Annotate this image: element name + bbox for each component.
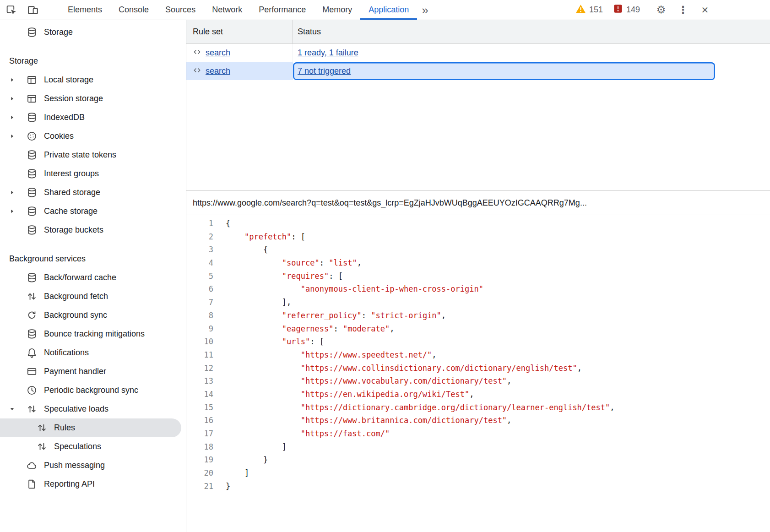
sidebar-item-back-forward-cache[interactable]: Back/forward cache: [0, 268, 186, 287]
sidebar-item-label: IndexedDB: [44, 113, 85, 122]
sidebar-item-payment-handler[interactable]: Payment handler: [0, 362, 186, 381]
expand-arrow-icon[interactable]: [9, 96, 26, 102]
sidebar-item-label: Push messaging: [44, 461, 105, 470]
line-content: "https://en.wikipedia.org/wiki/Test",: [219, 388, 474, 401]
arrows-up-down-icon: [36, 441, 48, 453]
expand-arrow-icon[interactable]: [9, 133, 26, 139]
expand-arrow-icon[interactable]: [9, 190, 26, 195]
toolbar-right: 151 149 ⚙ ⋮ ✕: [575, 0, 770, 20]
sidebar-item-session-storage[interactable]: Session storage: [0, 89, 186, 108]
card-icon: [26, 366, 38, 378]
application-content: Rule set Status search1 ready, 1 failure…: [186, 20, 770, 532]
line-number: 4: [186, 256, 219, 270]
cookie-icon: [26, 130, 38, 142]
sidebar-item-push-messaging[interactable]: Push messaging: [0, 456, 186, 475]
kebab-menu-icon[interactable]: ⋮: [672, 0, 694, 20]
line-number: 11: [186, 348, 219, 362]
sidebar-item-interest-groups[interactable]: Interest groups: [0, 164, 186, 183]
line-number: 16: [186, 414, 219, 427]
more-tabs-icon[interactable]: »: [417, 0, 433, 20]
line-content: "https://fast.com/": [219, 427, 390, 440]
sidebar-item-label: Cache storage: [44, 206, 98, 216]
expand-arrow-icon[interactable]: [9, 77, 26, 83]
rule-status-link[interactable]: 7 not triggered: [298, 66, 351, 76]
close-icon[interactable]: ✕: [694, 0, 716, 20]
rule-set-link[interactable]: search: [206, 48, 230, 58]
expand-arrow-icon[interactable]: [9, 114, 26, 120]
sidebar-item-periodic-background-sync[interactable]: Periodic background sync: [0, 381, 186, 400]
arrows-up-down-icon: [26, 403, 38, 415]
sidebar-item-speculative-loads[interactable]: Speculative loads: [0, 400, 186, 418]
database-icon: [26, 224, 38, 236]
collapse-arrow-icon[interactable]: [9, 406, 26, 412]
sidebar-item-label: Bounce tracking mitigations: [44, 329, 145, 339]
database-icon: [26, 187, 38, 199]
line-number: 15: [186, 401, 219, 414]
settings-gear-icon[interactable]: ⚙: [650, 0, 672, 20]
sidebar-section-background-services: Background services: [0, 253, 186, 268]
database-icon: [26, 149, 38, 161]
sidebar-item-cache-storage[interactable]: Cache storage: [0, 202, 186, 221]
rule-status-cell[interactable]: 1 ready, 1 failure: [293, 44, 770, 62]
rule-status-link[interactable]: 1 ready, 1 failure: [298, 48, 358, 58]
warning-triangle-icon: [575, 4, 586, 16]
sync-icon: [26, 309, 38, 321]
sidebar-item-background-sync[interactable]: Background sync: [0, 306, 186, 325]
issues-icon: [613, 4, 623, 16]
devtools-body: StorageStorageLocal storageSession stora…: [0, 20, 770, 532]
sidebar-item-label: Speculative loads: [44, 404, 108, 414]
column-header-status: Status: [293, 20, 770, 43]
tab-sources[interactable]: Sources: [157, 0, 204, 20]
line-content: "referrer_policy": "strict-origin",: [219, 309, 446, 322]
sidebar-item-reporting-api[interactable]: Reporting API: [0, 475, 186, 494]
sidebar-item-bounce-tracking-mitigations[interactable]: Bounce tracking mitigations: [0, 325, 186, 343]
rule-set-row[interactable]: search7 not triggered: [186, 62, 770, 81]
sidebar-item-private-state-tokens[interactable]: Private state tokens: [0, 146, 186, 164]
sidebar-item-shared-storage[interactable]: Shared storage: [0, 183, 186, 202]
line-number: 19: [186, 453, 219, 467]
warnings-badge[interactable]: 151: [575, 4, 603, 16]
line-number: 10: [186, 335, 219, 348]
tab-elements[interactable]: Elements: [60, 0, 110, 20]
tab-application[interactable]: Application: [360, 0, 417, 20]
rule-set-icon: [192, 47, 202, 59]
sidebar-item-background-fetch[interactable]: Background fetch: [0, 287, 186, 306]
sidebar-item-local-storage[interactable]: Local storage: [0, 71, 186, 89]
tab-performance[interactable]: Performance: [250, 0, 314, 20]
rule-status-cell[interactable]: 7 not triggered: [293, 62, 715, 80]
sidebar-item-speculations[interactable]: Speculations: [0, 437, 186, 456]
devtools-toolbar: ElementsConsoleSourcesNetworkPerformance…: [0, 0, 770, 20]
sidebar-item-notifications[interactable]: Notifications: [0, 343, 186, 362]
rule-set-cell: search: [186, 44, 293, 62]
sidebar-item-label: Rules: [54, 423, 75, 433]
tab-network[interactable]: Network: [204, 0, 250, 20]
sidebar-item-storage-buckets[interactable]: Storage buckets: [0, 221, 186, 239]
expand-arrow-icon[interactable]: [9, 208, 26, 214]
sidebar-item-indexeddb[interactable]: IndexedDB: [0, 108, 186, 127]
issues-badge[interactable]: 149: [613, 4, 640, 16]
device-toolbar-icon[interactable]: [22, 0, 44, 20]
line-content: "https://www.speedtest.net/",: [219, 348, 437, 362]
tab-memory[interactable]: Memory: [314, 0, 360, 20]
line-content: "https://www.vocabulary.com/dictionary/t…: [219, 375, 511, 388]
line-number: 8: [186, 309, 219, 322]
sidebar-item-label: Speculations: [54, 442, 101, 451]
sidebar-item-label: Shared storage: [44, 188, 100, 197]
rule-set-row[interactable]: search1 ready, 1 failure: [186, 44, 770, 62]
sidebar-item-storage[interactable]: Storage: [0, 23, 186, 42]
line-content: "urls": [: [219, 335, 324, 348]
sidebar-section-storage: Storage: [0, 55, 186, 71]
tab-console[interactable]: Console: [110, 0, 157, 20]
inspect-element-icon[interactable]: [0, 0, 22, 20]
database-icon: [26, 112, 38, 124]
bell-icon: [26, 347, 38, 359]
sidebar-item-cookies[interactable]: Cookies: [0, 127, 186, 146]
line-number: 17: [186, 427, 219, 440]
sidebar-item-rules[interactable]: Rules: [0, 418, 181, 437]
warning-count: 151: [589, 5, 603, 15]
application-sidebar: StorageStorageLocal storageSession stora…: [0, 20, 186, 532]
cloud-icon: [26, 460, 38, 472]
code-line: 12 "https://www.collinsdictionary.com/di…: [186, 362, 770, 375]
rule-set-link[interactable]: search: [206, 66, 230, 76]
sidebar-item-label: Cookies: [44, 131, 74, 141]
